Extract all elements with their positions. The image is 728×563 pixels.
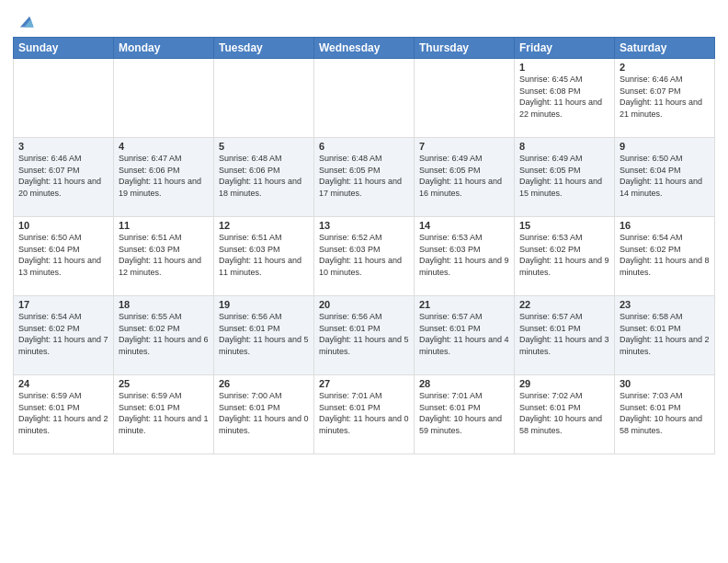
calendar-cell: 5Sunrise: 6:48 AM Sunset: 6:06 PM Daylig… [214, 138, 314, 217]
calendar-cell: 1Sunrise: 6:45 AM Sunset: 6:08 PM Daylig… [515, 59, 615, 138]
weekday-thursday: Thursday [415, 38, 515, 59]
calendar-cell: 17Sunrise: 6:54 AM Sunset: 6:02 PM Dayli… [14, 296, 114, 375]
day-info: Sunrise: 6:59 AM Sunset: 6:01 PM Dayligh… [119, 390, 209, 436]
day-number: 4 [119, 141, 209, 152]
calendar-cell [114, 59, 214, 138]
calendar-cell: 14Sunrise: 6:53 AM Sunset: 6:03 PM Dayli… [415, 217, 515, 296]
calendar-cell [415, 59, 515, 138]
day-info: Sunrise: 6:50 AM Sunset: 6:04 PM Dayligh… [620, 153, 710, 199]
day-number: 11 [119, 220, 209, 231]
day-info: Sunrise: 6:54 AM Sunset: 6:02 PM Dayligh… [18, 311, 108, 357]
day-info: Sunrise: 6:59 AM Sunset: 6:01 PM Dayligh… [18, 390, 108, 436]
calendar-cell: 28Sunrise: 7:01 AM Sunset: 6:01 PM Dayli… [415, 375, 515, 454]
calendar-cell: 7Sunrise: 6:49 AM Sunset: 6:05 PM Daylig… [415, 138, 515, 217]
day-info: Sunrise: 6:49 AM Sunset: 6:05 PM Dayligh… [419, 153, 509, 199]
calendar-cell: 12Sunrise: 6:51 AM Sunset: 6:03 PM Dayli… [214, 217, 314, 296]
page: SundayMondayTuesdayWednesdayThursdayFrid… [0, 0, 728, 460]
calendar-cell: 15Sunrise: 6:53 AM Sunset: 6:02 PM Dayli… [515, 217, 615, 296]
day-info: Sunrise: 6:48 AM Sunset: 6:06 PM Dayligh… [219, 153, 309, 199]
calendar-cell: 20Sunrise: 6:56 AM Sunset: 6:01 PM Dayli… [314, 296, 415, 375]
calendar-cell: 11Sunrise: 6:51 AM Sunset: 6:03 PM Dayli… [114, 217, 214, 296]
calendar-table: SundayMondayTuesdayWednesdayThursdayFrid… [13, 37, 715, 454]
day-number: 8 [519, 141, 609, 152]
calendar-cell: 21Sunrise: 6:57 AM Sunset: 6:01 PM Dayli… [415, 296, 515, 375]
day-info: Sunrise: 7:01 AM Sunset: 6:01 PM Dayligh… [319, 390, 409, 436]
day-number: 6 [319, 141, 409, 152]
day-number: 3 [18, 141, 108, 152]
calendar-cell: 8Sunrise: 6:49 AM Sunset: 6:05 PM Daylig… [515, 138, 615, 217]
calendar-cell: 22Sunrise: 6:57 AM Sunset: 6:01 PM Dayli… [515, 296, 615, 375]
day-number: 25 [119, 378, 209, 389]
day-info: Sunrise: 6:56 AM Sunset: 6:01 PM Dayligh… [219, 311, 309, 357]
day-info: Sunrise: 7:02 AM Sunset: 6:01 PM Dayligh… [519, 390, 609, 436]
day-info: Sunrise: 6:54 AM Sunset: 6:02 PM Dayligh… [620, 232, 710, 278]
calendar-cell: 25Sunrise: 6:59 AM Sunset: 6:01 PM Dayli… [114, 375, 214, 454]
calendar-cell: 2Sunrise: 6:46 AM Sunset: 6:07 PM Daylig… [615, 59, 715, 138]
day-number: 14 [419, 220, 509, 231]
day-number: 29 [519, 378, 609, 389]
calendar-cell: 6Sunrise: 6:48 AM Sunset: 6:05 PM Daylig… [314, 138, 415, 217]
day-info: Sunrise: 6:50 AM Sunset: 6:04 PM Dayligh… [18, 232, 108, 278]
day-number: 23 [620, 299, 710, 310]
calendar-cell: 23Sunrise: 6:58 AM Sunset: 6:01 PM Dayli… [615, 296, 715, 375]
day-info: Sunrise: 7:00 AM Sunset: 6:01 PM Dayligh… [219, 390, 309, 436]
calendar-cell: 30Sunrise: 7:03 AM Sunset: 6:01 PM Dayli… [615, 375, 715, 454]
day-number: 10 [18, 220, 108, 231]
calendar-cell: 4Sunrise: 6:47 AM Sunset: 6:06 PM Daylig… [114, 138, 214, 217]
calendar-cell: 24Sunrise: 6:59 AM Sunset: 6:01 PM Dayli… [14, 375, 114, 454]
day-info: Sunrise: 7:03 AM Sunset: 6:01 PM Dayligh… [620, 390, 710, 436]
calendar-cell: 16Sunrise: 6:54 AM Sunset: 6:02 PM Dayli… [615, 217, 715, 296]
calendar-cell: 13Sunrise: 6:52 AM Sunset: 6:03 PM Dayli… [314, 217, 415, 296]
logo-area [13, 9, 35, 31]
day-info: Sunrise: 6:46 AM Sunset: 6:07 PM Dayligh… [18, 153, 108, 199]
day-info: Sunrise: 6:48 AM Sunset: 6:05 PM Dayligh… [319, 153, 409, 199]
day-info: Sunrise: 7:01 AM Sunset: 6:01 PM Dayligh… [419, 390, 509, 436]
day-info: Sunrise: 6:55 AM Sunset: 6:02 PM Dayligh… [119, 311, 209, 357]
day-number: 15 [519, 220, 609, 231]
day-number: 12 [219, 220, 309, 231]
day-number: 13 [319, 220, 409, 231]
calendar-cell: 3Sunrise: 6:46 AM Sunset: 6:07 PM Daylig… [14, 138, 114, 217]
weekday-sunday: Sunday [14, 38, 114, 59]
day-number: 7 [419, 141, 509, 152]
calendar-cell: 29Sunrise: 7:02 AM Sunset: 6:01 PM Dayli… [515, 375, 615, 454]
week-row-2: 10Sunrise: 6:50 AM Sunset: 6:04 PM Dayli… [14, 217, 715, 296]
day-info: Sunrise: 6:53 AM Sunset: 6:02 PM Dayligh… [519, 232, 609, 278]
calendar-cell: 26Sunrise: 7:00 AM Sunset: 6:01 PM Dayli… [214, 375, 314, 454]
header [13, 9, 715, 31]
day-number: 16 [620, 220, 710, 231]
day-number: 2 [620, 62, 710, 73]
day-info: Sunrise: 6:47 AM Sunset: 6:06 PM Dayligh… [119, 153, 209, 199]
day-number: 1 [519, 62, 609, 73]
day-number: 5 [219, 141, 309, 152]
day-info: Sunrise: 6:52 AM Sunset: 6:03 PM Dayligh… [319, 232, 409, 278]
day-info: Sunrise: 6:57 AM Sunset: 6:01 PM Dayligh… [419, 311, 509, 357]
day-info: Sunrise: 6:53 AM Sunset: 6:03 PM Dayligh… [419, 232, 509, 278]
day-info: Sunrise: 6:45 AM Sunset: 6:08 PM Dayligh… [519, 74, 609, 120]
weekday-wednesday: Wednesday [314, 38, 415, 59]
calendar-cell: 27Sunrise: 7:01 AM Sunset: 6:01 PM Dayli… [314, 375, 415, 454]
day-info: Sunrise: 6:46 AM Sunset: 6:07 PM Dayligh… [620, 74, 710, 120]
day-number: 28 [419, 378, 509, 389]
day-number: 17 [18, 299, 108, 310]
day-info: Sunrise: 6:58 AM Sunset: 6:01 PM Dayligh… [620, 311, 710, 357]
day-number: 27 [319, 378, 409, 389]
weekday-saturday: Saturday [615, 38, 715, 59]
day-info: Sunrise: 6:56 AM Sunset: 6:01 PM Dayligh… [319, 311, 409, 357]
day-number: 26 [219, 378, 309, 389]
weekday-tuesday: Tuesday [214, 38, 314, 59]
logo-icon [15, 11, 35, 31]
day-number: 24 [18, 378, 108, 389]
day-number: 19 [219, 299, 309, 310]
weekday-monday: Monday [114, 38, 214, 59]
day-number: 9 [620, 141, 710, 152]
day-info: Sunrise: 6:51 AM Sunset: 6:03 PM Dayligh… [119, 232, 209, 278]
day-number: 22 [519, 299, 609, 310]
day-number: 20 [319, 299, 409, 310]
calendar-cell [14, 59, 114, 138]
week-row-1: 3Sunrise: 6:46 AM Sunset: 6:07 PM Daylig… [14, 138, 715, 217]
weekday-header-row: SundayMondayTuesdayWednesdayThursdayFrid… [14, 38, 715, 59]
calendar-cell: 10Sunrise: 6:50 AM Sunset: 6:04 PM Dayli… [14, 217, 114, 296]
week-row-0: 1Sunrise: 6:45 AM Sunset: 6:08 PM Daylig… [14, 59, 715, 138]
day-number: 30 [620, 378, 710, 389]
